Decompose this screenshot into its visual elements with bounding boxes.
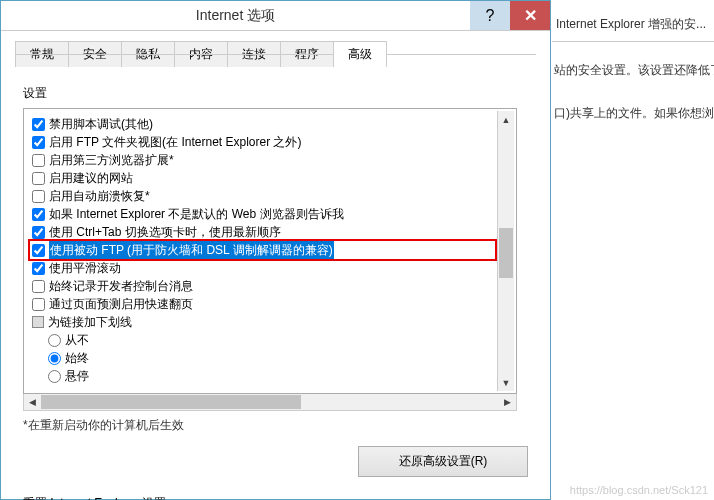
- background-text-2: 口)共享上的文件。如果你想浏览一个需要使: [552, 85, 714, 128]
- reset-group-label: 重置 Internet Explorer 设置: [23, 495, 528, 500]
- setting-item[interactable]: 禁用脚本调试(其他): [32, 115, 495, 133]
- checkbox-input[interactable]: [32, 136, 45, 149]
- checkbox-input[interactable]: [32, 172, 45, 185]
- setting-item[interactable]: 悬停: [32, 367, 495, 385]
- setting-label: 始终记录开发者控制台消息: [49, 277, 193, 295]
- checkbox-input[interactable]: [32, 262, 45, 275]
- scroll-down-button[interactable]: ▼: [498, 374, 514, 391]
- scroll-thumb-vertical[interactable]: [499, 228, 513, 278]
- radio-input[interactable]: [48, 334, 61, 347]
- setting-label: 为链接加下划线: [48, 313, 132, 331]
- setting-label: 启用建议的网站: [49, 169, 133, 187]
- setting-item[interactable]: 为链接加下划线: [32, 313, 495, 331]
- setting-item[interactable]: 始终: [32, 349, 495, 367]
- dialog-title: Internet 选项: [1, 7, 470, 25]
- setting-item[interactable]: 启用 FTP 文件夹视图(在 Internet Explorer 之外): [32, 133, 495, 151]
- restore-defaults-button[interactable]: 还原高级设置(R): [358, 446, 528, 477]
- scroll-right-button[interactable]: ▶: [499, 394, 516, 410]
- background-text-1: 站的安全设置。该设置还降低了你的服务: [552, 42, 714, 85]
- checkbox-input[interactable]: [32, 208, 45, 221]
- background-title: Internet Explorer 增强的安...: [552, 10, 714, 42]
- scroll-up-button[interactable]: ▲: [498, 111, 514, 128]
- titlebar: Internet 选项 ? ✕: [1, 1, 550, 31]
- horizontal-scrollbar[interactable]: ◀ ▶: [23, 394, 517, 411]
- setting-label: 禁用脚本调试(其他): [49, 115, 153, 133]
- watermark: https://blog.csdn.net/Sck121: [570, 484, 708, 496]
- tab-strip: 常规安全隐私内容连接程序高级: [1, 31, 550, 67]
- setting-item[interactable]: 启用第三方浏览器扩展*: [32, 151, 495, 169]
- setting-label: 启用自动崩溃恢复*: [49, 187, 150, 205]
- radio-input[interactable]: [48, 352, 61, 365]
- checkbox-input[interactable]: [32, 280, 45, 293]
- setting-label: 启用第三方浏览器扩展*: [49, 151, 174, 169]
- help-button[interactable]: ?: [470, 1, 510, 30]
- setting-label: 通过页面预测启用快速翻页: [49, 295, 193, 313]
- checkbox-input[interactable]: [32, 244, 45, 257]
- background-window: Internet Explorer 增强的安... 站的安全设置。该设置还降低了…: [552, 10, 714, 128]
- setting-item[interactable]: 使用 Ctrl+Tab 切换选项卡时，使用最新顺序: [32, 223, 495, 241]
- setting-label: 使用被动 FTP (用于防火墙和 DSL 调制解调器的兼容): [49, 241, 334, 259]
- scroll-left-button[interactable]: ◀: [24, 394, 41, 410]
- setting-label: 启用 FTP 文件夹视图(在 Internet Explorer 之外): [49, 133, 302, 151]
- setting-item[interactable]: 启用自动崩溃恢复*: [32, 187, 495, 205]
- settings-tree: 禁用脚本调试(其他)启用 FTP 文件夹视图(在 Internet Explor…: [23, 108, 517, 394]
- setting-item[interactable]: 使用平滑滚动: [32, 259, 495, 277]
- scroll-thumb-horizontal[interactable]: [41, 395, 301, 409]
- checkbox-input[interactable]: [32, 118, 45, 131]
- setting-label: 如果 Internet Explorer 不是默认的 Web 浏览器则告诉我: [49, 205, 344, 223]
- radio-input[interactable]: [48, 370, 61, 383]
- restart-note: *在重新启动你的计算机后生效: [23, 417, 528, 434]
- checkbox-input[interactable]: [32, 226, 45, 239]
- close-button[interactable]: ✕: [510, 1, 550, 30]
- setting-item[interactable]: 通过页面预测启用快速翻页: [32, 295, 495, 313]
- setting-item[interactable]: 如果 Internet Explorer 不是默认的 Web 浏览器则告诉我: [32, 205, 495, 223]
- checkbox-input[interactable]: [32, 190, 45, 203]
- setting-label: 从不: [65, 331, 89, 349]
- settings-group-label: 设置: [23, 85, 528, 102]
- setting-item[interactable]: 使用被动 FTP (用于防火墙和 DSL 调制解调器的兼容): [30, 241, 495, 259]
- internet-options-dialog: Internet 选项 ? ✕ 常规安全隐私内容连接程序高级 设置 禁用脚本调试…: [0, 0, 551, 500]
- setting-label: 使用平滑滚动: [49, 259, 121, 277]
- checkbox-input[interactable]: [32, 154, 45, 167]
- vertical-scrollbar[interactable]: ▲ ▼: [497, 111, 514, 391]
- tree-node-icon: [32, 316, 44, 328]
- tab-6[interactable]: 高级: [333, 41, 387, 67]
- setting-item[interactable]: 启用建议的网站: [32, 169, 495, 187]
- setting-label: 使用 Ctrl+Tab 切换选项卡时，使用最新顺序: [49, 223, 281, 241]
- setting-label: 始终: [65, 349, 89, 367]
- setting-item[interactable]: 始终记录开发者控制台消息: [32, 277, 495, 295]
- setting-item[interactable]: 从不: [32, 331, 495, 349]
- setting-label: 悬停: [65, 367, 89, 385]
- checkbox-input[interactable]: [32, 298, 45, 311]
